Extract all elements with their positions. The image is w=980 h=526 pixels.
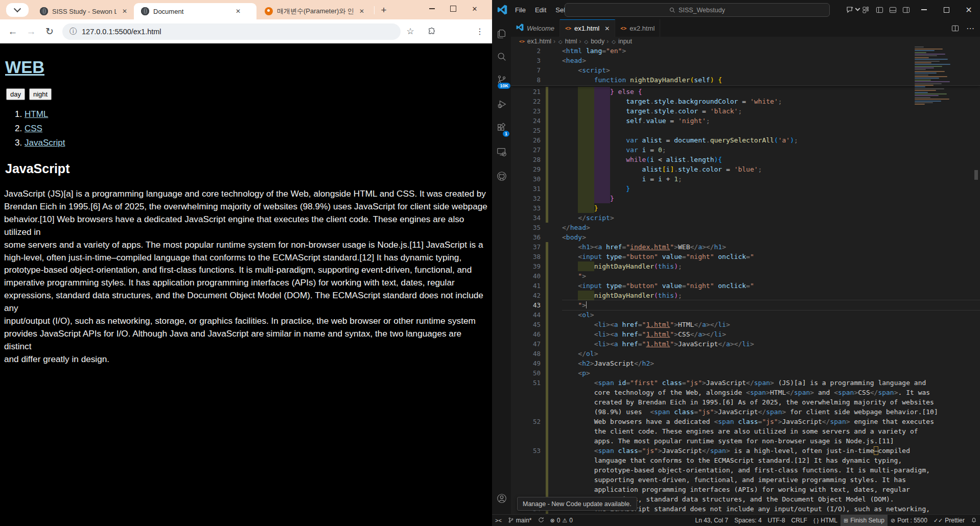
site-info-icon[interactable]: ⓘ [69,27,77,36]
scrollbar-thumb[interactable] [974,170,978,180]
menu-file[interactable]: File [510,4,530,16]
code-line[interactable]: 48</ol> [511,349,980,358]
code-line[interactable]: 44<ol> [511,310,980,320]
code-line[interactable]: apps. The most popular runtime system fo… [511,436,980,446]
remote-explorer-icon[interactable] [492,142,511,162]
code-line[interactable]: 35</head> [511,223,980,232]
code-line[interactable]: 42nightDayHandler(this); [511,291,980,300]
back-button[interactable]: ← [4,19,21,43]
new-tab-button[interactable]: + [377,4,390,16]
code-line[interactable]: 7<script> [511,65,980,75]
code-line[interactable]: 29alist[i].style.color = 'blue'; [511,164,980,174]
search-icon[interactable] [492,46,511,67]
code-line[interactable]: 46<li><a href="1.html">CSS</a></li> [511,329,980,339]
vscode-maximize-button[interactable] [935,0,958,19]
language-mode[interactable]: { }HTML [810,515,841,526]
address-bar[interactable]: ⓘ 127.0.0.1:5500/ex1.html [62,23,401,40]
editor-more-actions-icon[interactable]: ⋯ [964,21,977,35]
tab-siss-study[interactable]: SISS Study - Sewon Lee✕ [33,3,133,19]
live-server-port[interactable]: ⊘Port : 5500 [888,515,930,526]
tab-close-icon[interactable]: ✕ [604,25,610,32]
editor-tab-ex1[interactable]: <>ex1.html✕ [560,19,615,37]
code-line[interactable]: 32} [511,194,980,203]
code-line[interactable]: 38<input type="button" value="night" onc… [511,252,980,261]
breadcrumb-item[interactable]: body [591,38,604,45]
problems[interactable]: ⊗0⚠0 [547,515,576,526]
browser-menu-icon[interactable]: ⋮ [471,19,488,43]
code-line[interactable]: 37<h1><a href="index.html">WEB</a></h1> [511,242,980,252]
run-debug-icon[interactable] [492,94,511,114]
code-line[interactable]: 25 [511,126,980,135]
code-editor[interactable]: 21} else {22target.style.backgroundColor… [511,46,980,516]
maximize-button[interactable] [442,0,464,17]
code-line[interactable]: 45<li><a href="1.html">HTML</a></li> [511,320,980,329]
code-line[interactable]: 49<h2>JavaScript</h2> [511,358,980,368]
git-branch[interactable]: main* [505,515,535,526]
code-line[interactable]: application programming interfaces (APIs… [511,485,980,494]
code-line[interactable]: the client code. These engines are also … [511,426,980,436]
tab-parameter[interactable]: 매개변수(Parameter)와 인자(A✕ [258,3,372,19]
close-button[interactable]: ✕ [464,0,485,17]
code-line[interactable]: 23target.style.color = 'black'; [511,106,980,116]
breadcrumb-item[interactable]: html [565,38,577,45]
editor-tab-welcome[interactable]: Welcome [511,19,560,37]
code-line[interactable]: (98.9%) uses <span class="js">JavaScript… [511,407,980,417]
code-line[interactable]: language that conforms to the ECMAScript… [511,456,980,465]
code-line[interactable]: 21} else { [511,87,980,97]
code-line[interactable]: 40"> [511,271,980,281]
toggle-panel-icon[interactable] [886,3,899,16]
source-control-icon[interactable]: 10K [492,69,511,90]
link-html[interactable]: HTML [25,109,48,119]
code-line[interactable]: 51<span id="first" class="js">JavaScript… [511,378,980,388]
vscode-close-button[interactable]: ✕ [958,0,980,19]
code-line[interactable]: 53<span class="js">JavaScript</span> is … [511,446,980,456]
split-editor-icon[interactable] [948,21,962,35]
code-line[interactable]: core technology of the Web, alongside <s… [511,388,980,397]
code-line[interactable]: 41<input type="button" value="night" onc… [511,281,980,291]
code-line[interactable]: 24self.value = 'night'; [511,116,980,126]
remote-indicator[interactable]: >< [492,515,505,526]
tab-close-icon[interactable]: ✕ [121,8,129,15]
breadcrumb-item[interactable]: input [618,38,632,45]
command-center-search[interactable]: SISS_Webstudy [565,3,830,17]
code-line[interactable]: 22target.style.backgroundColor = 'white'… [511,97,980,106]
code-line[interactable]: 2<html lang="en"> [511,46,980,56]
code-line[interactable]: 36<body> [511,232,980,242]
extensions-icon[interactable]: 1 [492,118,511,138]
toggle-sidebar-icon[interactable] [873,3,886,16]
forward-button[interactable]: → [22,19,40,43]
code-line[interactable]: 27var i = 0; [511,145,980,155]
toggle-secondary-sidebar-icon[interactable] [899,3,913,16]
code-line[interactable]: 52Web browsers have a dedicated <span cl… [511,417,980,426]
code-line[interactable]: supporting event-driven, functional, and… [511,475,980,485]
code-line[interactable]: 3<head> [511,56,980,65]
explorer-icon[interactable] [492,23,511,44]
tab-document[interactable]: Document✕ [134,3,256,19]
web-link[interactable]: WEB [5,58,44,77]
breadcrumb-item[interactable]: ex1.html [527,38,551,45]
code-line[interactable]: 39nightDayHandler(this); [511,261,980,271]
copilot-chat-icon[interactable] [846,3,859,16]
code-line[interactable]: 47<li><a href="1.html">JavaScript</a></l… [511,339,980,349]
accounts-icon[interactable] [492,488,511,509]
link-javascript[interactable]: JavaScript [25,138,65,148]
code-line[interactable]: 33} [511,203,980,213]
code-line[interactable]: 31} [511,184,980,194]
minimize-button[interactable] [421,0,442,17]
prettier[interactable]: ✓✓Prettier [930,515,968,526]
finish-setup[interactable]: ⊞Finish Setup [841,515,888,526]
code-line[interactable]: 28while(i < alist.length){ [511,155,980,164]
indentation[interactable]: Spaces: 4 [731,515,764,526]
day-button[interactable]: day [6,88,25,100]
editor-tab-ex2[interactable]: <>ex2.html [615,19,660,37]
link-css[interactable]: CSS [25,124,42,133]
github-icon[interactable] [492,166,511,186]
eol-sequence[interactable]: CRLF [788,515,810,526]
vscode-minimize-button[interactable] [913,0,935,19]
minimap[interactable] [911,46,949,101]
encoding[interactable]: UTF-8 [765,515,788,526]
bookmark-star-icon[interactable]: ☆ [402,19,419,43]
code-line[interactable]: prototype-based object-orientation, and … [511,465,980,475]
tab-search-button[interactable] [6,3,29,17]
code-line[interactable]: 30i = i + 1; [511,174,980,184]
